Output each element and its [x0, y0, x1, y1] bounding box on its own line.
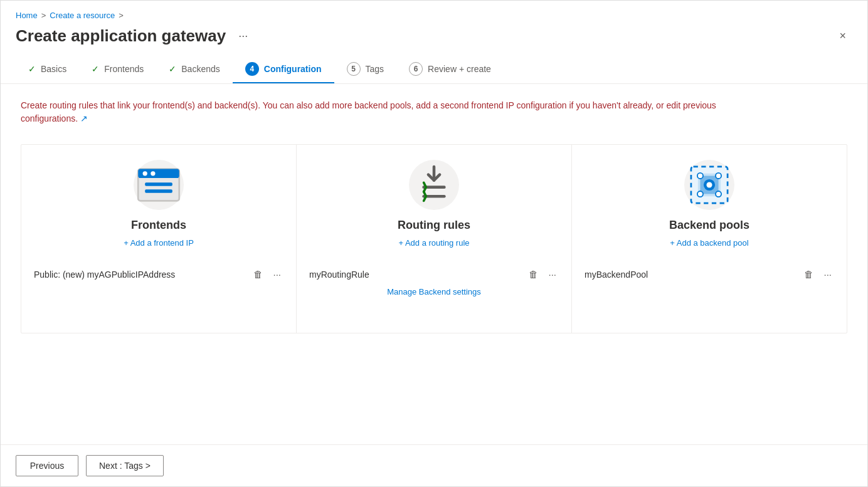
- page-title: Create application gateway: [16, 26, 226, 46]
- backend-title: Backend pools: [669, 219, 749, 232]
- panel-body: Create routing rules that link your fron…: [1, 84, 867, 444]
- frontend-item-name: Public: (new) myAGPublicIPAddress: [34, 270, 246, 280]
- tab-review-label: Review + create: [428, 64, 491, 74]
- tab-tags-label: Tags: [366, 64, 384, 74]
- breadcrumb-create[interactable]: Create a resource: [50, 11, 115, 20]
- backend-delete-button[interactable]: 🗑: [802, 268, 816, 281]
- svg-point-14: [697, 173, 703, 179]
- frontends-header: Frontends + Add a frontend IP: [34, 160, 283, 255]
- frontends-title: Frontends: [131, 219, 186, 232]
- tab-num-configuration: 4: [245, 62, 259, 76]
- add-routing-link[interactable]: + Add a routing rule: [398, 238, 469, 248]
- close-button[interactable]: ×: [833, 27, 852, 45]
- backend-item-row: myBackendPool 🗑 ···: [585, 265, 834, 283]
- svg-rect-5: [145, 189, 172, 192]
- columns-container: Frontends + Add a frontend IP Public: (n…: [21, 144, 847, 333]
- svg-point-2: [143, 171, 147, 175]
- frontend-delete-button[interactable]: 🗑: [251, 268, 265, 281]
- next-button[interactable]: Next : Tags >: [86, 455, 164, 476]
- ellipsis-button[interactable]: ···: [233, 27, 253, 45]
- previous-button[interactable]: Previous: [16, 455, 78, 476]
- tab-configuration[interactable]: 4 Configuration: [233, 56, 334, 83]
- manage-backend-settings-link[interactable]: Manage Backend settings: [309, 287, 559, 296]
- backend-icon: [684, 160, 734, 210]
- check-icon-backends: ✓: [169, 64, 176, 74]
- title-row: Create application gateway ··· ×: [16, 26, 852, 46]
- frontends-icon: [134, 160, 184, 210]
- svg-point-13: [706, 182, 712, 187]
- routing-icon-circle: [409, 160, 459, 210]
- svg-point-15: [716, 173, 721, 179]
- tab-backends[interactable]: ✓ Backends: [156, 58, 232, 81]
- tab-frontends-label: Frontends: [104, 64, 144, 74]
- tab-num-tags: 5: [347, 62, 361, 76]
- tab-backends-label: Backends: [181, 64, 220, 74]
- panel-header: Home > Create a resource > Create applic…: [1, 1, 867, 84]
- title-left: Create application gateway ···: [16, 26, 253, 46]
- tab-frontends[interactable]: ✓ Frontends: [79, 58, 156, 81]
- tab-num-review: 6: [409, 62, 423, 76]
- backend-column: Backend pools + Add a backend pool myBac…: [572, 145, 847, 333]
- description-text: Create routing rules that link your fron…: [21, 99, 773, 125]
- tab-basics-label: Basics: [41, 64, 66, 74]
- svg-point-3: [151, 171, 155, 175]
- panel-footer: Previous Next : Tags >: [1, 444, 867, 486]
- backend-icon-circle: [684, 160, 734, 210]
- frontend-more-button[interactable]: ···: [270, 268, 283, 281]
- routing-header: Routing rules + Add a routing rule: [309, 160, 559, 255]
- routing-item-row: myRoutingRule 🗑 ···: [309, 265, 559, 283]
- create-gateway-panel: Home > Create a resource > Create applic…: [0, 0, 868, 487]
- learn-more-link[interactable]: ↗: [80, 113, 88, 123]
- svg-point-16: [697, 191, 703, 197]
- frontend-item-row: Public: (new) myAGPublicIPAddress 🗑 ···: [34, 265, 283, 283]
- add-backend-link[interactable]: + Add a backend pool: [670, 238, 748, 248]
- frontends-icon-circle: [134, 160, 184, 210]
- breadcrumb: Home > Create a resource >: [16, 11, 852, 20]
- routing-item-name: myRoutingRule: [309, 270, 521, 280]
- breadcrumb-sep1: >: [41, 11, 46, 20]
- backend-item-name: myBackendPool: [585, 270, 797, 280]
- check-icon-basics: ✓: [28, 64, 36, 74]
- routing-more-button[interactable]: ···: [546, 268, 559, 281]
- breadcrumb-home[interactable]: Home: [16, 11, 38, 20]
- tab-tags[interactable]: 5 Tags: [334, 56, 397, 83]
- frontends-column: Frontends + Add a frontend IP Public: (n…: [21, 145, 297, 333]
- tabs-bar: ✓ Basics ✓ Frontends ✓ Backends 4 Config…: [16, 56, 852, 83]
- tab-configuration-label: Configuration: [264, 64, 322, 74]
- check-icon-frontends: ✓: [92, 64, 99, 74]
- routing-title: Routing rules: [398, 219, 470, 232]
- routing-delete-button[interactable]: 🗑: [526, 268, 541, 281]
- routing-column: Routing rules + Add a routing rule myRou…: [297, 145, 572, 333]
- breadcrumb-sep2: >: [119, 11, 124, 20]
- svg-point-17: [716, 191, 721, 197]
- tab-review[interactable]: 6 Review + create: [396, 56, 504, 83]
- svg-rect-4: [145, 182, 172, 186]
- add-frontend-link[interactable]: + Add a frontend IP: [124, 238, 194, 248]
- routing-icon: [409, 160, 459, 210]
- backend-header: Backend pools + Add a backend pool: [585, 160, 834, 255]
- backend-more-button[interactable]: ···: [821, 268, 834, 281]
- tab-basics[interactable]: ✓ Basics: [16, 58, 79, 81]
